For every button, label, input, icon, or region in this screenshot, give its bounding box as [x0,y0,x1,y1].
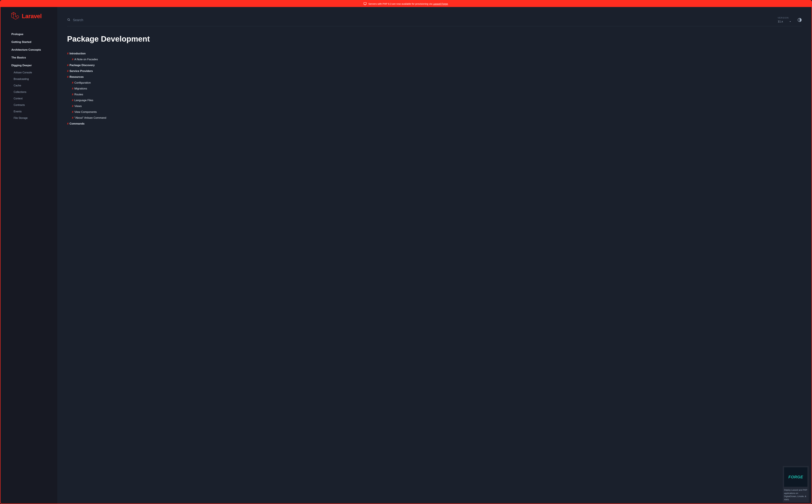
brand-name: Laravel [22,13,42,20]
primary-nav: PrologueGetting StartedArchitecture Conc… [9,30,57,121]
hash-icon: # [72,111,73,113]
hash-icon: # [72,58,73,61]
toc-item[interactable]: #Resources [67,74,802,80]
hash-icon: # [72,93,73,96]
main-content: VERSION 11.x Package Development #Introd… [57,7,812,504]
nav-sub-item[interactable]: Context [9,95,57,102]
nav-section[interactable]: Prologue [9,30,57,38]
nav-sub-item[interactable]: Artisan Console [9,69,57,76]
nav-section[interactable]: Getting Started [9,38,57,46]
toc-item[interactable]: #"About" Artisan Command [67,115,802,121]
toc-item[interactable]: #A Note on Facades [67,57,802,62]
hash-icon: # [67,122,69,125]
toc-label: Configuration [74,81,91,84]
toc-item[interactable]: #Routes [67,92,802,97]
version-dropdown[interactable]: 11.x [778,20,791,23]
hash-icon: # [67,64,69,67]
banner-link[interactable]: Laravel Forge [433,2,448,5]
nav-sub-item[interactable]: Collections [9,89,57,95]
toc-label: Views [74,105,82,108]
promo-badge: FORGE [784,467,807,487]
page-title: Package Development [67,34,802,43]
search-input[interactable] [73,18,778,22]
toc-label: View Components [74,110,97,113]
toc-item[interactable]: #Package Discovery [67,62,802,68]
monitor-icon [363,2,367,5]
toc-item[interactable]: #Language Files [67,97,802,103]
toc-label: Migrations [74,87,87,90]
hash-icon: # [72,99,73,102]
hash-icon: # [67,52,69,55]
toc-item[interactable]: #Service Providers [67,68,802,74]
svg-rect-0 [364,3,367,5]
toc-item[interactable]: #Commands [67,121,802,127]
banner-text: Servers with PHP 8.3 are now available f… [368,2,433,5]
chevron-down-icon [789,20,791,23]
toc-item[interactable]: #Migrations [67,86,802,92]
nav-section[interactable]: Digging Deeper [9,62,57,69]
toc-label: Language Files [74,99,93,102]
nav-sub-item[interactable]: File Storage [9,115,57,121]
toc-label: Service Providers [70,69,93,73]
toc-label: Package Discovery [70,64,95,67]
nav-sub-item[interactable]: Contracts [9,102,57,108]
hash-icon: # [72,105,73,107]
version-label: VERSION [778,17,791,19]
toc-label: "About" Artisan Command [74,116,106,119]
toc-item[interactable]: #View Components [67,109,802,115]
svg-line-4 [69,20,70,21]
sidebar: Laravel PrologueGetting StartedArchitect… [0,7,57,504]
table-of-contents: #Introduction#A Note on Facades#Package … [67,51,802,127]
toc-label: Routes [74,93,83,96]
toc-item[interactable]: #Views [67,103,802,109]
hash-icon: # [67,76,69,78]
laravel-logo-icon [11,12,19,21]
nav-section[interactable]: Architecture Concepts [9,46,57,54]
toc-item[interactable]: #Configuration [67,80,802,86]
toc-label: Commands [70,122,85,125]
toc-item[interactable]: #Introduction [67,51,802,57]
promo-card[interactable]: FORGE Deploy Laravel and PHP application… [783,466,809,502]
nav-sub-item[interactable]: Events [9,108,57,115]
toc-label: Introduction [70,52,86,55]
nav-sub-item[interactable]: Cache [9,82,57,89]
topbar: VERSION 11.x [67,17,802,26]
promo-name: FORGE [788,475,803,479]
toc-label: Resources [70,75,84,78]
announcement-banner: Servers with PHP 8.3 are now available f… [0,0,812,7]
promo-description: Deploy Laravel and PHP applications on D… [784,488,807,501]
hash-icon: # [72,81,73,84]
logo[interactable]: Laravel [11,12,57,21]
theme-toggle-icon[interactable] [798,18,802,22]
toc-label: A Note on Facades [74,58,98,61]
search-icon [67,18,70,22]
nav-section[interactable]: The Basics [9,54,57,62]
svg-point-3 [68,19,70,20]
hash-icon: # [67,70,69,72]
nav-sub-item[interactable]: Broadcasting [9,76,57,82]
hash-icon: # [72,116,73,119]
hash-icon: # [72,87,73,90]
